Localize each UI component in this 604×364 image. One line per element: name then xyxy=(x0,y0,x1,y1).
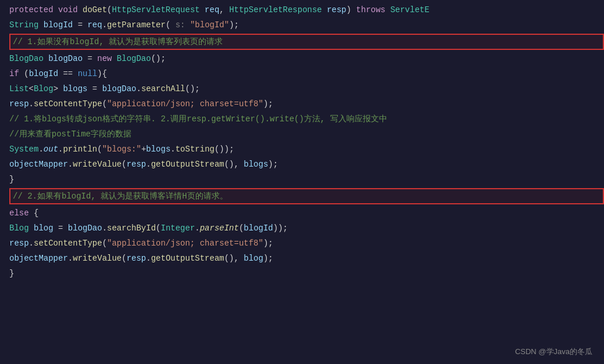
token: String xyxy=(9,20,44,30)
token: . xyxy=(29,239,34,248)
token: List xyxy=(9,84,29,93)
token: > xyxy=(53,84,63,93)
token: resp xyxy=(127,160,146,169)
token: < xyxy=(29,84,34,93)
token: doGet xyxy=(83,5,107,15)
code-content: protected void doGet(HttpServletRequest … xyxy=(0,0,604,283)
token: . xyxy=(136,84,141,93)
token: blogId xyxy=(29,69,58,78)
code-line: else { xyxy=(9,206,604,221)
token: resp xyxy=(127,254,146,263)
token: if xyxy=(9,69,24,78)
token: getOutputStream xyxy=(151,254,224,263)
token: toString xyxy=(176,145,215,154)
code-line: List<Blog> blogs = blogDao.searchAll(); xyxy=(9,81,604,96)
token: ); xyxy=(263,254,273,263)
token: ServletE xyxy=(390,5,429,15)
token: blogId xyxy=(244,224,273,233)
token: Integer xyxy=(160,224,195,233)
token: blog xyxy=(244,254,263,263)
code-line: resp.setContentType("application/json; c… xyxy=(9,236,604,251)
token: . xyxy=(102,224,107,233)
token: resp xyxy=(9,99,29,109)
token: , xyxy=(219,5,229,15)
token: . xyxy=(195,224,199,233)
token: objectMapper xyxy=(9,254,68,263)
token: out xyxy=(44,145,58,154)
token: . xyxy=(68,254,73,263)
token: (); xyxy=(151,54,166,63)
token: s: xyxy=(176,20,185,30)
token: resp xyxy=(327,5,346,15)
token: searchAll xyxy=(141,84,185,93)
code-line: if (blogId == null){ xyxy=(9,66,604,81)
token: (), xyxy=(224,254,244,263)
token: // 2.如果有blogId, 就认为是获取博客详情H页的请求。 xyxy=(13,192,228,201)
token: . xyxy=(68,160,73,169)
token: HttpServletRequest xyxy=(112,5,205,15)
token: throws xyxy=(356,5,391,15)
token: = xyxy=(73,20,87,30)
code-line: // 2.如果有blogId, 就认为是获取博客详情H页的请求。 xyxy=(9,188,604,204)
token: writeValue xyxy=(73,160,121,169)
token: else xyxy=(9,208,34,218)
token: ) xyxy=(346,5,356,15)
token: . xyxy=(38,145,43,154)
token: Blog xyxy=(9,224,34,233)
token: BlogDao xyxy=(9,54,48,63)
token: getParameter xyxy=(107,20,166,30)
token: == xyxy=(58,69,78,78)
token: "blogId" xyxy=(185,20,230,30)
code-line: // 1.将blogs转成json格式的字符串. 2.调用resp.getWri… xyxy=(9,111,604,127)
token: // 1.如果没有blogId, 就认为是获取博客列表页的请求 xyxy=(13,37,223,46)
code-line: String blogId = req.getParameter( s: "bl… xyxy=(9,17,604,33)
watermark: CSDN @学Java的冬瓜 xyxy=(515,347,592,357)
code-line: // 1.如果没有blogId, 就认为是获取博客列表页的请求 xyxy=(9,34,604,50)
token: ( xyxy=(102,99,107,109)
code-line: objectMapper.writeValue(resp.getOutputSt… xyxy=(9,157,604,172)
code-editor: protected void doGet(HttpServletRequest … xyxy=(0,0,604,364)
code-line: resp.setContentType("application/json; c… xyxy=(9,96,604,111)
code-line: //用来查看postTime字段的数据 xyxy=(9,127,604,142)
code-line: objectMapper.writeValue(resp.getOutputSt… xyxy=(9,251,604,266)
token: setContentType xyxy=(34,239,102,248)
token: blog xyxy=(34,224,53,233)
token: ); xyxy=(263,99,273,109)
token: writeValue xyxy=(73,254,121,263)
token: resp xyxy=(9,239,29,248)
token: "blogs:" xyxy=(102,145,141,154)
token: ( xyxy=(102,239,107,248)
token: . xyxy=(29,99,34,109)
token: getOutputStream xyxy=(151,160,224,169)
token: = xyxy=(87,84,102,93)
token: . xyxy=(170,145,175,154)
token: )); xyxy=(273,224,288,233)
code-line: } xyxy=(9,266,604,281)
token: ( xyxy=(24,69,28,78)
token: ); xyxy=(268,160,278,169)
token: blogs xyxy=(244,160,268,169)
token: blogs xyxy=(146,145,170,154)
token: . xyxy=(146,254,151,263)
token: blogId xyxy=(44,20,73,30)
token: ( xyxy=(97,145,102,154)
code-line: } xyxy=(9,172,604,187)
token: = xyxy=(83,54,97,63)
code-line: Blog blog = blogDao.searchById(Integer.p… xyxy=(9,221,604,236)
token: HttpServletResponse xyxy=(229,5,327,15)
token: Blog xyxy=(34,84,53,93)
token: // 1.将blogs转成json格式的字符串. 2.调用resp.getWri… xyxy=(9,114,387,124)
token: { xyxy=(34,208,38,218)
token: . xyxy=(102,20,107,30)
token: protected xyxy=(9,5,58,15)
token: ( xyxy=(166,20,176,30)
token: objectMapper xyxy=(9,160,68,169)
code-line: BlogDao blogDao = new BlogDao(); xyxy=(9,51,604,66)
token: ( xyxy=(121,160,126,169)
token: (); xyxy=(185,84,200,93)
token: "application/json; charset=utf8" xyxy=(107,239,263,248)
code-line: System.out.println("blogs:"+blogs.toStri… xyxy=(9,142,604,157)
token: parseInt xyxy=(200,224,239,233)
token: blogs xyxy=(63,84,87,93)
token: . xyxy=(146,160,151,169)
